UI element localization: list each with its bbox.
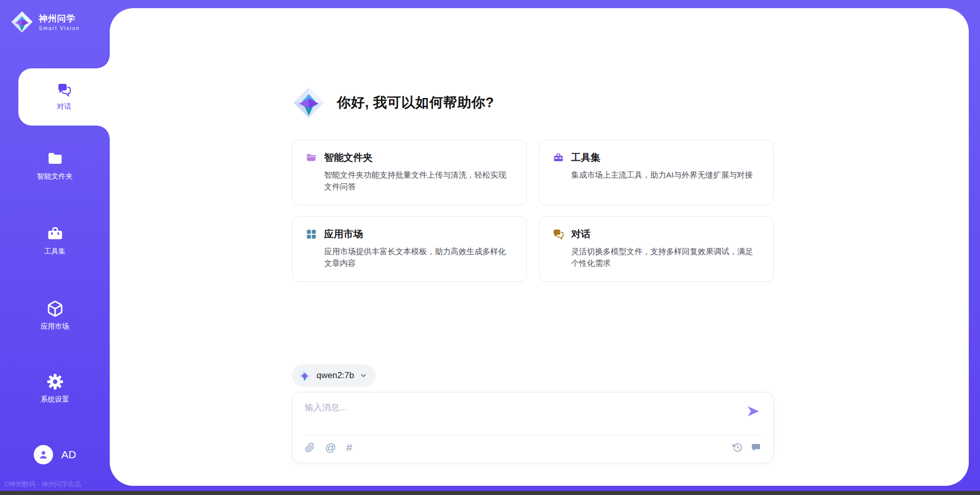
card-app-market[interactable]: 应用市场 应用市场提供丰富长文本模板，助力高效生成多样化文章内容	[292, 216, 527, 282]
hashtag-icon[interactable]: #	[346, 442, 352, 453]
sidebar-item-label: 对话	[57, 102, 71, 111]
sidebar-item-toolset[interactable]: 工具集	[0, 225, 110, 256]
main-panel: 你好, 我可以如何帮助你? 智能文件夹 智能文件夹功能支持批量文件上传与清洗，轻…	[110, 8, 969, 486]
sidebar-item-settings[interactable]: 系统设置	[0, 373, 110, 404]
card-title: 智能文件夹	[324, 151, 373, 164]
toolbox-icon	[46, 225, 64, 242]
person-icon	[37, 449, 50, 461]
card-description: 智能文件夹功能支持批量文件上传与清洗，轻松实现文件问答	[306, 169, 513, 193]
copyright: ©神州数码 · 神州问学出品	[4, 480, 81, 489]
sidebar-item-smart-folder[interactable]: 智能文件夹	[0, 150, 110, 181]
send-icon[interactable]	[747, 405, 760, 418]
greeting: 你好, 我可以如何帮助你?	[292, 8, 774, 119]
attachment-icon[interactable]	[305, 442, 315, 453]
card-description: 灵活切换多模型文件，支持多样回复效果调试，满足个性化需求	[553, 245, 760, 269]
sidebar-item-label: 应用市场	[41, 322, 69, 331]
message-composer: @ #	[292, 392, 774, 463]
folder-icon	[306, 152, 317, 163]
sidebar-item-app-market[interactable]: 应用市场	[0, 300, 110, 331]
chevron-down-icon	[359, 372, 368, 380]
app-window: 神州问学 Smart Vision 对话 智能文件夹	[0, 0, 980, 495]
logo-title: 神州问学	[39, 13, 80, 24]
grid-icon	[306, 229, 317, 240]
card-description: 应用市场提供丰富长文本模板，助力高效生成多样化文章内容	[306, 245, 513, 269]
greeting-text: 你好, 我可以如何帮助你?	[337, 93, 494, 112]
toolbox-icon	[553, 152, 564, 163]
user-name: AD	[61, 449, 76, 461]
logo-diamond-icon	[10, 10, 34, 34]
feature-cards: 智能文件夹 智能文件夹功能支持批量文件上传与清洗，轻松实现文件问答 工具	[292, 140, 774, 282]
app-logo: 神州问学 Smart Vision	[10, 10, 80, 34]
sidebar-item-label: 系统设置	[41, 395, 69, 404]
sidebar-item-label: 工具集	[44, 247, 66, 256]
feedback-bubble-icon[interactable]	[751, 442, 761, 453]
folder-icon	[46, 150, 64, 167]
message-input[interactable]	[305, 403, 733, 413]
sidebar: 神州问学 Smart Vision 对话 智能文件夹	[0, 0, 110, 495]
mention-icon[interactable]: @	[325, 442, 336, 453]
chat-icon	[57, 83, 71, 97]
bottom-edge	[0, 491, 980, 495]
card-description: 集成市场上主流工具，助力AI与外界无缝扩展与对接	[553, 169, 760, 181]
card-title: 应用市场	[324, 228, 363, 241]
avatar	[34, 445, 53, 464]
card-toolset[interactable]: 工具集 集成市场上主流工具，助力AI与外界无缝扩展与对接	[539, 140, 774, 205]
card-title: 工具集	[571, 151, 600, 164]
user-profile[interactable]: AD	[0, 445, 110, 464]
history-icon[interactable]	[732, 442, 743, 453]
logo-diamond-icon	[292, 86, 326, 119]
sidebar-item-chat[interactable]: 对话	[18, 68, 110, 126]
card-smart-folder[interactable]: 智能文件夹 智能文件夹功能支持批量文件上传与清洗，轻松实现文件问答	[292, 140, 527, 205]
card-title: 对话	[571, 228, 591, 241]
cube-icon	[46, 300, 64, 317]
chat-icon	[553, 229, 564, 240]
logo-diamond-icon	[298, 369, 311, 382]
gear-icon	[46, 373, 64, 390]
card-chat[interactable]: 对话 灵活切换多模型文件，支持多样回复效果调试，满足个性化需求	[539, 216, 774, 282]
sidebar-item-label: 智能文件夹	[37, 172, 73, 181]
model-selector[interactable]: qwen2:7b	[292, 364, 376, 387]
model-name: qwen2:7b	[316, 370, 354, 381]
logo-subtitle: Smart Vision	[39, 26, 80, 31]
